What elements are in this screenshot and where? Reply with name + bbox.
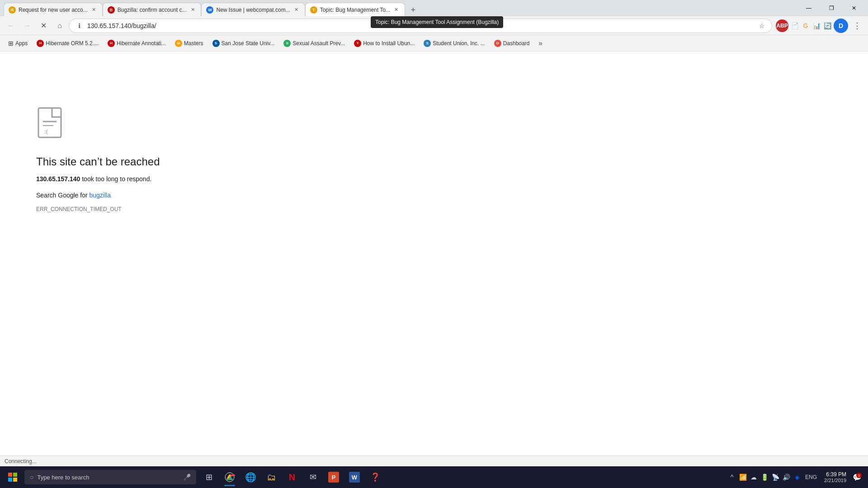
bookmark-hibernate-ann-label: Hibernate Annotati... bbox=[117, 40, 166, 47]
tray-network-icon[interactable]: 📶 bbox=[738, 473, 747, 482]
tab-4-favicon: T bbox=[310, 6, 317, 14]
sexual-assault-favicon: S bbox=[283, 40, 291, 47]
reload-stop-button[interactable]: ✕ bbox=[36, 19, 51, 33]
tab-1[interactable]: R Request for new user acco... ✕ bbox=[4, 3, 103, 16]
bookmark-dashboard[interactable]: D Dashboard bbox=[491, 38, 533, 49]
help-icon: ❓ bbox=[370, 472, 380, 482]
taskbar-apps: ⊞ 🌐 🗂 N ✉ bbox=[199, 467, 385, 487]
new-tab-button[interactable]: + bbox=[407, 4, 420, 16]
error-title: This site can’t be reached bbox=[36, 155, 160, 168]
bookmark-ubuntu[interactable]: Y How to Install Ubun... bbox=[350, 38, 418, 49]
bookmarks-bar: ⊞ Apps H Hibernate ORM 5.2.... H Hiberna… bbox=[0, 35, 868, 52]
error-subtitle: 130.65.157.140 took too long to respond. bbox=[36, 175, 151, 183]
taskbar-search-placeholder: Type here to search bbox=[37, 474, 89, 481]
bookmark-masters-label: Masters bbox=[184, 40, 203, 47]
hibernate-orm-favicon: H bbox=[37, 40, 44, 47]
tab-tooltip: Topic: Bug Management Tool Assignment (B… bbox=[371, 16, 503, 28]
back-button[interactable]: ← bbox=[4, 19, 18, 33]
svg-rect-0 bbox=[38, 108, 61, 137]
taskbar-explorer[interactable]: 🗂 bbox=[261, 467, 281, 487]
bookmark-sjsu[interactable]: S San Jose State Univ... bbox=[209, 38, 278, 49]
search-prefix: Search Google for bbox=[36, 192, 90, 199]
status-text: Connecting... bbox=[5, 458, 37, 465]
student-union-favicon: S bbox=[424, 40, 431, 47]
tab-2-label: Bugzilla: confirm account c... bbox=[118, 7, 187, 13]
info-icon: ℹ bbox=[75, 21, 84, 30]
tab-2-favicon: B bbox=[108, 6, 115, 14]
taskbar-netflix[interactable]: N bbox=[282, 467, 302, 487]
bookmark-sexual-assault[interactable]: S Sexual Assault Prev... bbox=[280, 38, 349, 49]
start-button[interactable] bbox=[2, 466, 24, 488]
svg-text::(: :( bbox=[44, 128, 48, 136]
tab-1-label: Request for new user acco... bbox=[19, 7, 88, 13]
extension-icon-1[interactable]: 📊 bbox=[812, 21, 821, 30]
tab-4[interactable]: T Topic: Bug Management To... ✕ bbox=[305, 3, 405, 16]
tab-3[interactable]: W New Issue | webcompat.com... ✕ bbox=[201, 3, 305, 16]
maximize-button[interactable]: ❐ bbox=[821, 0, 842, 16]
error-icon-svg: :( bbox=[36, 106, 68, 142]
taskbar-powerpoint[interactable]: P bbox=[324, 467, 344, 487]
profile-button[interactable]: D bbox=[834, 19, 848, 33]
address-bar-icons: ☆ bbox=[757, 21, 766, 30]
bookmark-hibernate-ann[interactable]: H Hibernate Annotati... bbox=[104, 38, 170, 49]
explorer-icon: 🗂 bbox=[267, 472, 276, 483]
taskbar-search-box[interactable]: ○ Type here to search 🎤 bbox=[24, 470, 196, 484]
notification-badge: 3 bbox=[856, 473, 862, 478]
task-view-button[interactable]: ⊞ bbox=[199, 467, 219, 487]
sync-icon[interactable]: 🔄 bbox=[823, 21, 832, 30]
bookmark-apps[interactable]: ⊞ Apps bbox=[5, 38, 31, 49]
bookmark-sexual-assault-label: Sexual Assault Prev... bbox=[292, 40, 345, 47]
taskbar-word[interactable]: W bbox=[344, 467, 364, 487]
tray-dropbox-icon[interactable]: ◈ bbox=[793, 473, 802, 482]
bookmark-student-union[interactable]: S Student Union, Inc. ... bbox=[420, 38, 488, 49]
bookmark-hibernate-orm[interactable]: H Hibernate ORM 5.2.... bbox=[33, 38, 102, 49]
bookmark-masters[interactable]: M Masters bbox=[171, 38, 207, 49]
taskbar-chrome[interactable] bbox=[220, 467, 240, 487]
bookmark-star-icon[interactable]: ☆ bbox=[757, 21, 766, 30]
adblock-icon[interactable]: ABP bbox=[776, 19, 788, 32]
taskbar-edge[interactable]: 🌐 bbox=[241, 467, 260, 487]
ubuntu-favicon: Y bbox=[354, 40, 361, 47]
word-icon: W bbox=[349, 472, 360, 483]
tab-3-close[interactable]: ✕ bbox=[293, 6, 300, 14]
minimize-button[interactable]: — bbox=[798, 0, 819, 16]
error-doc-icon: :( bbox=[36, 106, 68, 142]
chrome-menu-button[interactable]: ⋮ bbox=[850, 19, 864, 33]
taskbar-mail[interactable]: ✉ bbox=[303, 467, 323, 487]
svg-rect-7 bbox=[13, 478, 17, 482]
bookmark-hibernate-orm-label: Hibernate ORM 5.2.... bbox=[46, 40, 99, 47]
tray-wifi-icon[interactable]: 📡 bbox=[771, 473, 780, 482]
svg-rect-4 bbox=[8, 473, 12, 477]
taskbar-help[interactable]: ❓ bbox=[365, 467, 385, 487]
apps-grid-icon: ⊞ bbox=[8, 40, 14, 47]
cast-icon[interactable]: 📄 bbox=[790, 21, 799, 30]
tray-volume-icon[interactable]: 🔊 bbox=[782, 473, 791, 482]
windows-logo-icon bbox=[8, 473, 17, 482]
tab-4-close[interactable]: ✕ bbox=[393, 6, 400, 14]
tray-time-display: 6:39 PM bbox=[824, 471, 846, 478]
bugzilla-search-link[interactable]: bugzilla bbox=[90, 192, 111, 199]
tray-battery-icon[interactable]: 🔋 bbox=[760, 473, 769, 482]
error-code: ERR_CONNECTION_TIMED_OUT bbox=[36, 206, 122, 212]
bookmark-dashboard-label: Dashboard bbox=[503, 40, 530, 47]
taskbar-search-icon: ○ bbox=[30, 474, 33, 481]
home-button[interactable]: ⌂ bbox=[52, 19, 67, 33]
tray-onedrive-icon[interactable]: ☁ bbox=[749, 473, 758, 482]
tray-notification-count[interactable]: 💬 3 bbox=[852, 472, 863, 483]
bookmark-apps-label: Apps bbox=[15, 40, 28, 47]
tab-4-label: Topic: Bug Management To... bbox=[320, 7, 390, 13]
bookmarks-more-button[interactable]: » bbox=[535, 38, 546, 49]
tab-2-close[interactable]: ✕ bbox=[189, 6, 196, 14]
tab-3-favicon: W bbox=[206, 6, 213, 14]
tray-clock[interactable]: 6:39 PM 2/21/2019 bbox=[821, 471, 850, 483]
forward-button[interactable]: → bbox=[20, 19, 34, 33]
tray-chevron[interactable]: ^ bbox=[727, 473, 736, 482]
tab-2[interactable]: B Bugzilla: confirm account c... ✕ bbox=[103, 3, 202, 16]
bookmark-sjsu-label: San Jose State Univ... bbox=[222, 40, 275, 47]
powerpoint-icon: P bbox=[328, 472, 339, 483]
taskbar-mic-icon[interactable]: 🎤 bbox=[183, 474, 191, 481]
tab-1-close[interactable]: ✕ bbox=[90, 6, 98, 14]
google-account-icon[interactable]: G bbox=[801, 21, 810, 30]
error-host: 130.65.157.140 bbox=[36, 175, 80, 183]
close-button[interactable]: ✕ bbox=[844, 0, 864, 16]
